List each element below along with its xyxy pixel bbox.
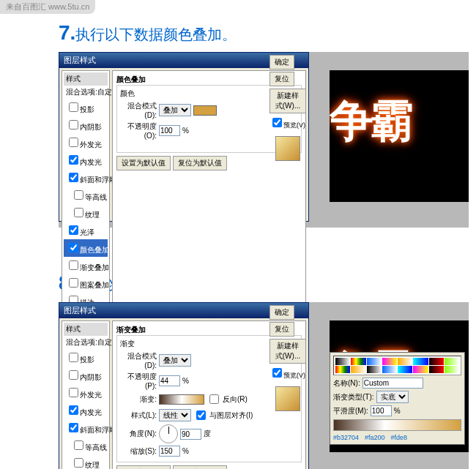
- text-effect: 争霸: [330, 70, 469, 151]
- ok-button[interactable]: 确定: [269, 55, 294, 70]
- style-item[interactable]: 图案叠加: [64, 274, 108, 292]
- style-item[interactable]: 投影: [64, 99, 108, 116]
- opacity-label: 不透明度(O):: [120, 121, 157, 140]
- chk-innerGlow[interactable]: [69, 155, 78, 165]
- new-style-button[interactable]: 新建样式(W)...: [269, 89, 306, 113]
- style-item[interactable]: 渐变叠加: [64, 257, 108, 274]
- chk-gradOverlay[interactable]: [69, 260, 78, 270]
- style-item[interactable]: 斜面和浮雕: [64, 419, 108, 437]
- step7-title: 7.执行以下数据颜色叠加。: [59, 21, 476, 45]
- step7-text: 执行以下数据颜色叠加。: [75, 26, 237, 42]
- preview-thumbnail: [275, 136, 300, 161]
- grad-field-label: 渐变:: [120, 394, 157, 405]
- styles-list: 样式 混合选项:自定 投影 内阴影 外发光 内发光 斜面和浮雕 等高线 纹理 光…: [62, 70, 110, 312]
- opacity-input2[interactable]: [159, 375, 180, 386]
- style-label: 样式(L):: [120, 410, 157, 421]
- name-label: 名称(N):: [333, 378, 360, 389]
- blend-mode-select2[interactable]: 叠加: [159, 354, 191, 367]
- preview-thumbnail2: [275, 386, 300, 411]
- chk-dropShadow[interactable]: [69, 102, 78, 112]
- style-item[interactable]: 等高线: [64, 187, 108, 204]
- set-default-button2[interactable]: 设置为默认值: [116, 465, 171, 469]
- style-item[interactable]: 外发光: [64, 384, 108, 402]
- canvas-preview: 争霸: [330, 70, 469, 202]
- mode-label2: 混合模式(D):: [120, 351, 157, 369]
- align-check[interactable]: [196, 410, 206, 420]
- layer-style-dialog: 图层样式 样式 混合选项:自定 投影 内阴影 外发光 内发光 斜面和浮雕 等高线…: [59, 52, 309, 222]
- angle-input[interactable]: [180, 429, 201, 440]
- gradient-editor: 名称(N): 渐变类型(T):实底 平滑度(M):% #b32704#fa200…: [330, 352, 465, 445]
- gradient-bar[interactable]: [333, 419, 461, 431]
- gradient-presets[interactable]: [333, 356, 461, 375]
- chk-bevel[interactable]: [69, 173, 78, 182]
- style-item[interactable]: 纹理: [64, 454, 108, 469]
- style-item-colorOverlay[interactable]: 颜色叠加: [64, 239, 108, 257]
- chk2-innerGlow[interactable]: [69, 405, 78, 415]
- style-item[interactable]: 内发光: [64, 151, 108, 169]
- chk2-innerShadow[interactable]: [69, 370, 78, 380]
- style-item[interactable]: 纹理: [64, 204, 108, 222]
- chk2-outerGlow[interactable]: [69, 388, 78, 397]
- scale-label: 缩放(S):: [120, 446, 157, 457]
- stop-hex-row: #b32704#fa200#fde8: [333, 434, 461, 441]
- chk-texture[interactable]: [74, 208, 83, 217]
- chk2-bevel[interactable]: [69, 423, 78, 432]
- chk-outerGlow[interactable]: [69, 138, 78, 147]
- mode-label: 混合模式(D):: [120, 101, 157, 119]
- step7-num: 7.: [59, 21, 75, 44]
- preview-check[interactable]: [272, 118, 282, 127]
- color-swatch[interactable]: [193, 105, 217, 116]
- preview-check2[interactable]: [272, 368, 282, 378]
- reset-default-button[interactable]: 复位为默认值: [173, 156, 227, 170]
- canvas-preview2: 争霸 名称(N): 渐变类型(T):实底 平滑度(M):% #b32704#fa…: [330, 320, 469, 452]
- style-item[interactable]: 外发光: [64, 134, 108, 151]
- gradient-swatch[interactable]: [159, 394, 204, 405]
- smooth-input[interactable]: [371, 405, 392, 416]
- chk-pattern[interactable]: [69, 278, 78, 288]
- style-item[interactable]: 光泽: [64, 222, 108, 239]
- chk-contour[interactable]: [74, 190, 83, 200]
- step7-block: 图层样式 样式 混合选项:自定 投影 内阴影 外发光 内发光 斜面和浮雕 等高线…: [59, 52, 469, 228]
- style-item[interactable]: 内阴影: [64, 116, 108, 134]
- cancel-button[interactable]: 复位: [269, 72, 294, 86]
- smooth-label: 平滑度(M):: [333, 406, 368, 416]
- grad-name-input[interactable]: [362, 378, 423, 389]
- scale-input[interactable]: [159, 446, 180, 457]
- chk-satin[interactable]: [69, 225, 78, 235]
- style-item[interactable]: 斜面和浮雕: [64, 169, 108, 187]
- step8-block: 图层样式 样式 混合选项:自定 投影 内阴影 外发光 内发光 斜面和浮雕 等高线…: [59, 302, 469, 469]
- styles-list-2: 样式 混合选项:自定 投影 内阴影 外发光 内发光 斜面和浮雕 等高线 纹理 光…: [62, 320, 110, 469]
- cancel-button2[interactable]: 复位: [269, 322, 294, 337]
- ok-button2[interactable]: 确定: [269, 305, 294, 320]
- blend-options[interactable]: 混合选项:自定: [64, 86, 108, 99]
- style-item[interactable]: 等高线: [64, 437, 108, 454]
- style-item[interactable]: 投影: [64, 349, 108, 367]
- set-default-button[interactable]: 设置为默认值: [116, 156, 171, 170]
- type-label: 渐变类型(T):: [333, 392, 374, 402]
- opacity-input[interactable]: [159, 125, 180, 136]
- blend-options[interactable]: 混合选项:自定: [64, 336, 108, 349]
- blend-mode-select[interactable]: 叠加: [159, 104, 191, 116]
- styles-header: 样式: [64, 323, 108, 336]
- chk-innerShadow[interactable]: [69, 120, 78, 130]
- chk-colorOverlay[interactable]: [69, 243, 78, 252]
- watermark: 来自百图汇 www.5tu.cn: [0, 0, 95, 14]
- pct-label: %: [182, 127, 189, 135]
- grad-type-select[interactable]: 实底: [376, 391, 409, 403]
- style-item[interactable]: 内发光: [64, 402, 108, 419]
- chk2-dropShadow[interactable]: [69, 353, 78, 362]
- chk2-contour[interactable]: [74, 440, 83, 450]
- button-column: 确定 复位 新建样式(W)... 预览(V): [269, 55, 306, 167]
- new-style-button2[interactable]: 新建样式(W)...: [269, 339, 306, 364]
- opacity-label2: 不透明度(P):: [120, 372, 157, 390]
- button-column-2: 确定 复位 新建样式(W)... 预览(V): [269, 305, 306, 417]
- angle-label: 角度(N):: [120, 429, 157, 439]
- grad-style-select[interactable]: 线性: [159, 409, 191, 421]
- angle-dial[interactable]: [159, 424, 178, 443]
- styles-header: 样式: [64, 72, 108, 86]
- chk2-texture[interactable]: [74, 458, 83, 468]
- layer-style-dialog-2: 图层样式 样式 混合选项:自定 投影 内阴影 外发光 内发光 斜面和浮雕 等高线…: [59, 302, 309, 469]
- style-item[interactable]: 内阴影: [64, 367, 108, 384]
- reverse-check[interactable]: [209, 394, 219, 404]
- reset-default-button2[interactable]: 复位为默认值: [173, 465, 227, 469]
